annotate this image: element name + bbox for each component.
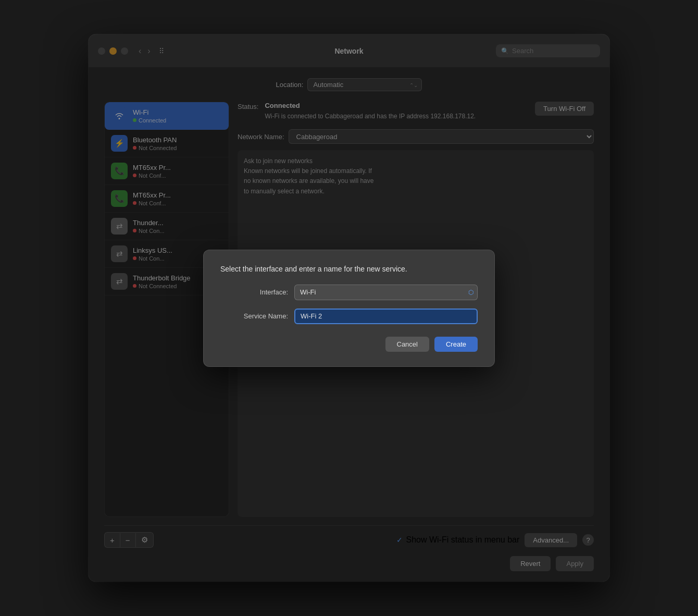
service-name-label: Service Name: — [220, 312, 288, 320]
interface-select-wrapper: Wi-Fi Ethernet Bluetooth PAN ⬡ — [294, 285, 478, 300]
modal-title: Select the interface and enter a name fo… — [220, 265, 478, 273]
interface-row: Interface: Wi-Fi Ethernet Bluetooth PAN … — [220, 285, 478, 300]
create-button[interactable]: Create — [434, 337, 478, 352]
service-name-row: Service Name: — [220, 309, 478, 324]
modal-dialog: Select the interface and enter a name fo… — [203, 250, 495, 367]
interface-label: Interface: — [220, 288, 288, 296]
interface-select[interactable]: Wi-Fi Ethernet Bluetooth PAN — [294, 285, 478, 300]
modal-buttons: Cancel Create — [220, 337, 478, 352]
service-name-input[interactable] — [294, 309, 478, 324]
cancel-button[interactable]: Cancel — [385, 337, 429, 352]
modal-overlay: Select the interface and enter a name fo… — [89, 34, 609, 582]
window: ‹ › ⠿ Network 🔍 Search Location: Automat… — [89, 34, 609, 582]
